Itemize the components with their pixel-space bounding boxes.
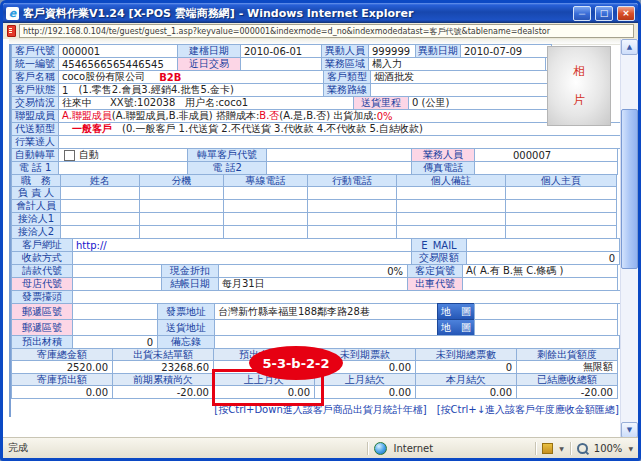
- summary-value: -20.00: [516, 385, 618, 399]
- limit-field[interactable]: 0: [466, 251, 620, 265]
- expert-field[interactable]: [58, 135, 622, 149]
- created-date-field[interactable]: 2010-06-01: [240, 44, 322, 58]
- volume-label: 預出材積: [11, 335, 73, 349]
- email-field[interactable]: [466, 238, 620, 252]
- tax-id-field[interactable]: 4546566565446545: [58, 57, 178, 71]
- contact-ext-field[interactable]: [139, 225, 224, 239]
- close-button[interactable]: [617, 6, 635, 21]
- empty-field[interactable]: [240, 57, 322, 71]
- trade-status-label: 交易情況: [11, 96, 59, 110]
- b2b-tag: B2B: [159, 72, 181, 83]
- scroll-up-icon[interactable]: [621, 39, 638, 55]
- truck-code-field[interactable]: [462, 277, 618, 291]
- contact-note-field[interactable]: [396, 186, 506, 200]
- zip-code-label[interactable]: 郵遞區號: [11, 303, 73, 320]
- auto-checkbox[interactable]: [64, 150, 75, 161]
- customer-photo-placeholder[interactable]: 相 片: [547, 46, 611, 126]
- modifier-field[interactable]: 999999: [368, 44, 416, 58]
- scrollbar-thumb[interactable]: [621, 109, 638, 269]
- shipping-address-field[interactable]: [214, 319, 438, 336]
- invoice-address-field[interactable]: 台灣新竹縣幸福里188鄰李路28巷: [214, 303, 438, 320]
- website-field[interactable]: http://: [72, 238, 412, 252]
- fax-field[interactable]: [474, 161, 618, 175]
- contact-mobile-field[interactable]: [307, 199, 397, 213]
- form-row: 電 話 1 電 話2 傳真電話: [11, 161, 621, 175]
- contact-mobile-field[interactable]: [307, 212, 397, 226]
- tel1-field[interactable]: [58, 161, 188, 175]
- map-button[interactable]: 地 圖: [437, 319, 475, 336]
- mileage-label[interactable]: 送貨里程: [353, 96, 409, 110]
- mother-store-field[interactable]: [72, 277, 162, 291]
- league-gift-hint: (A.是,B.否) 出貨加成:: [279, 109, 376, 123]
- chevron-down-icon[interactable]: ▼: [628, 445, 633, 452]
- contact-homepage-field[interactable]: [505, 225, 617, 239]
- contact-note-field[interactable]: [396, 225, 506, 239]
- minimize-button[interactable]: [573, 6, 591, 21]
- contact-ext-field[interactable]: [139, 212, 224, 226]
- volume-field[interactable]: 0: [72, 335, 158, 349]
- divider: [535, 442, 536, 455]
- sales-person-field[interactable]: 000007: [474, 148, 618, 162]
- league-field[interactable]: A.聯盟成員 (A.聯盟成員,B.非成員) 搭贈成本: B.否 (A.是,B.否…: [58, 109, 550, 123]
- address-input[interactable]: http://192.168.0.104/te/guest/guest_1.as…: [19, 24, 634, 38]
- transfer-code-label: 轉單客戶代號: [187, 148, 267, 162]
- zoom-level[interactable]: 100%: [594, 443, 623, 454]
- contact-line-field[interactable]: [223, 186, 308, 200]
- recent-trade-button[interactable]: 近日交易: [177, 57, 241, 71]
- invoice-title-field[interactable]: [72, 290, 622, 304]
- zoom-magnifier-icon[interactable]: [577, 443, 588, 454]
- contact-homepage-field[interactable]: [505, 186, 617, 200]
- contact-mobile-field[interactable]: [307, 225, 397, 239]
- contact-ext-field[interactable]: [139, 199, 224, 213]
- modified-date-field[interactable]: 2010-07-09: [460, 44, 552, 58]
- custom-code-field[interactable]: A( A.有 B.無 C.條碼 ): [462, 264, 618, 278]
- tel2-label: 電 話2: [187, 161, 267, 175]
- truck-code-label[interactable]: 出車代號: [407, 277, 463, 291]
- vertical-scrollbar[interactable]: [620, 39, 638, 438]
- contact-name-field[interactable]: [60, 199, 140, 213]
- collection-field[interactable]: [72, 251, 412, 265]
- trade-status-value: 往來中: [62, 96, 92, 110]
- contact-note-field[interactable]: [396, 212, 506, 226]
- mother-store-label[interactable]: 母店代號: [11, 277, 73, 291]
- shipping-address-extra-field[interactable]: [474, 319, 618, 336]
- trade-status-field[interactable]: 往來中 XX號:102038 用户名:coco1: [58, 96, 354, 110]
- contact-mobile-field[interactable]: [307, 186, 397, 200]
- chevron-down-icon[interactable]: ▼: [559, 445, 564, 452]
- zip-code-label[interactable]: 郵遞區號: [11, 319, 73, 336]
- maximize-button[interactable]: [595, 6, 613, 21]
- scroll-down-icon[interactable]: [621, 422, 638, 438]
- contact-ext-field[interactable]: [139, 186, 224, 200]
- route-field[interactable]: [370, 83, 548, 97]
- contact-name-field[interactable]: [60, 212, 140, 226]
- contact-line-field[interactable]: [223, 199, 308, 213]
- contact-line-field[interactable]: [223, 225, 308, 239]
- billing-field[interactable]: [72, 264, 162, 278]
- discount-field[interactable]: 0%: [218, 264, 408, 278]
- delivery-type-field[interactable]: 一般客戶 (0.一般客戶 1.代送貨 2.不代送貨 3.代收款 4.不代收款 5…: [58, 122, 622, 136]
- sales-person-label[interactable]: 業務人員: [411, 148, 475, 162]
- zip-code-field[interactable]: [72, 319, 158, 336]
- expert-label: 行業達人: [11, 135, 59, 149]
- type-field[interactable]: 烟酒批发: [370, 70, 548, 84]
- name-field[interactable]: coco股份有限公司 B2B: [58, 70, 324, 84]
- contact-note-field[interactable]: [396, 199, 506, 213]
- mileage-field[interactable]: 0 (公里): [408, 96, 548, 110]
- map-button[interactable]: 地 圖: [437, 303, 475, 320]
- transfer-code-field[interactable]: [266, 148, 412, 162]
- region-field[interactable]: 楊入力: [368, 57, 546, 71]
- contact-homepage-field[interactable]: [505, 212, 617, 226]
- tel2-field[interactable]: [266, 161, 412, 175]
- invoice-address-extra-field[interactable]: [474, 303, 618, 320]
- region-label: 業務區域: [321, 57, 369, 71]
- phishing-filter-icon[interactable]: [542, 443, 553, 454]
- zip-code-field[interactable]: [72, 303, 158, 320]
- closing-date-field[interactable]: 每月31日: [218, 277, 408, 291]
- contact-name-field[interactable]: [60, 225, 140, 239]
- contact-homepage-field[interactable]: [505, 199, 617, 213]
- customer-code-field[interactable]: 000001: [58, 44, 178, 58]
- contact-line-field[interactable]: [223, 212, 308, 226]
- modified-date-label: 異動日期: [415, 44, 461, 58]
- contact-name-field[interactable]: [60, 186, 140, 200]
- status-field[interactable]: 1 (1.零售2.會員3.經銷4.批售5.金卡): [58, 83, 324, 97]
